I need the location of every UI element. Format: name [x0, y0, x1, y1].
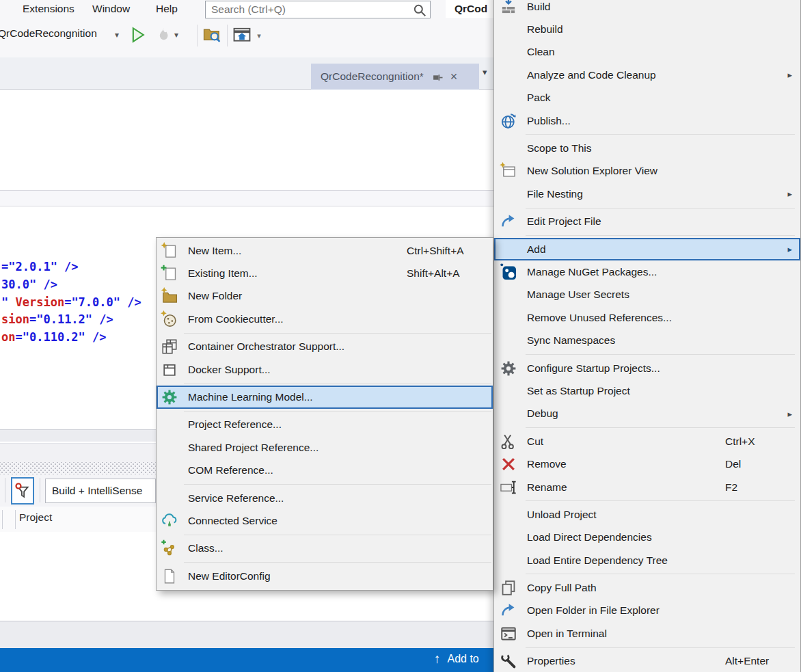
status-message-text: Add to: [448, 653, 479, 665]
code-token: Version: [15, 295, 64, 309]
docker-icon: [161, 362, 178, 377]
menu-separator: [184, 333, 491, 334]
menu-item-clean[interactable]: Clean: [494, 41, 800, 64]
menu-item-label: Open in Terminal: [527, 628, 607, 640]
menu-item-label: Cut: [527, 435, 543, 448]
menu-item-publish[interactable]: Publish...: [494, 109, 800, 132]
home-window-icon[interactable]: [232, 26, 252, 42]
code-line: sion="0.11.2" />: [1, 311, 141, 329]
menu-separator: [184, 535, 491, 535]
icon-placeholder: [500, 187, 517, 202]
hot-reload-icon[interactable]: [154, 26, 172, 42]
filter-button[interactable]: [11, 477, 34, 505]
editor-tab[interactable]: QrCodeRecongnition* ×: [311, 64, 479, 90]
menu-item-remove[interactable]: RemoveDel: [494, 453, 800, 475]
menu-item-label: Properties: [527, 655, 575, 667]
menu-separator: [184, 484, 491, 485]
menu-item-new-item[interactable]: New Item...Ctrl+Shift+A: [157, 239, 493, 262]
menu-item-sync-namespaces[interactable]: Sync Namespaces: [494, 329, 800, 351]
menu-item-class[interactable]: Class...: [157, 537, 493, 560]
menu-item-pack[interactable]: Pack: [494, 87, 800, 109]
menu-item-machine-learning-model[interactable]: Machine Learning Model...: [157, 386, 493, 408]
menu-item-rename[interactable]: RenameF2: [494, 476, 800, 498]
menubar-item-extensions[interactable]: Extensions: [23, 3, 74, 15]
chevron-down-icon[interactable]: ▾: [174, 30, 178, 40]
menu-item-rebuild[interactable]: Rebuild: [494, 18, 800, 40]
chevron-down-icon[interactable]: ▾: [115, 30, 119, 40]
menu-item-file-nesting[interactable]: File Nesting▸: [494, 183, 800, 205]
search-input[interactable]: [206, 3, 412, 16]
menubar-item-window[interactable]: Window: [92, 3, 130, 15]
menu-item-com-reference[interactable]: COM Reference...: [157, 459, 493, 482]
project-column-header[interactable]: Project: [19, 511, 52, 524]
editor-tab-label: QrCodeRecongnition*: [321, 70, 424, 83]
toolbar-overflow-icon[interactable]: ▾: [254, 33, 264, 39]
menu-item-debug[interactable]: Debug▸: [494, 403, 800, 425]
menu-item-existing-item[interactable]: Existing Item...Shift+Alt+A: [157, 262, 493, 284]
startup-project-dropdown[interactable]: QrCodeRecongnition: [0, 27, 97, 40]
menu-separator: [526, 500, 795, 501]
toolbar-separator: [5, 478, 5, 502]
menu-item-manage-nuget-packages[interactable]: Manage NuGet Packages...: [494, 260, 800, 283]
status-message[interactable]: ↑ Add to: [434, 651, 479, 667]
menu-item-configure-startup-projects[interactable]: Configure Startup Projects...: [494, 357, 800, 379]
menu-item-project-reference[interactable]: Project Reference...: [157, 414, 493, 436]
menu-item-label: From Cookiecutter...: [188, 313, 284, 325]
menu-item-shared-project-reference[interactable]: Shared Project Reference...: [157, 436, 493, 459]
tab-list-chevron-icon[interactable]: ▾: [483, 67, 487, 77]
cloud-service-icon: [161, 513, 178, 528]
add-submenu: New Item...Ctrl+Shift+AExisting Item...S…: [156, 237, 493, 591]
menu-item-new-editorconfig[interactable]: New EditorConfig: [157, 565, 493, 587]
menu-item-remove-unused-references[interactable]: Remove Unused References...: [494, 306, 800, 329]
document-title-partial[interactable]: QrCod: [446, 0, 493, 18]
close-icon[interactable]: ×: [450, 72, 458, 81]
menu-separator: [526, 208, 795, 209]
menu-item-build[interactable]: Build: [494, 0, 800, 18]
code-line: 30.0" />: [1, 276, 141, 294]
menu-item-manage-user-secrets[interactable]: Manage User Secrets: [494, 284, 800, 306]
menu-item-docker-support[interactable]: Docker Support...: [157, 358, 493, 381]
menu-item-connected-service[interactable]: Connected Service: [157, 509, 493, 532]
find-in-files-icon[interactable]: [202, 26, 221, 42]
container-icon: [161, 339, 178, 354]
column-separator: [2, 510, 3, 529]
run-button-icon[interactable]: [129, 26, 147, 42]
source-filter-dropdown[interactable]: Build + IntelliSense: [45, 479, 156, 503]
menu-item-set-as-startup-project[interactable]: Set as Startup Project: [494, 379, 800, 402]
menu-item-new-folder[interactable]: New Folder: [157, 285, 493, 308]
code-token: ": [1, 295, 15, 309]
menu-item-edit-project-file[interactable]: Edit Project File: [494, 211, 800, 233]
icon-placeholder: [500, 44, 517, 59]
menubar-item-help[interactable]: Help: [156, 3, 178, 15]
menu-item-service-reference[interactable]: Service Reference...: [157, 487, 493, 509]
icon-placeholder: [500, 333, 517, 348]
menu-item-unload-project[interactable]: Unload Project: [494, 503, 800, 526]
nuget-icon: [500, 265, 517, 280]
toolbar-separator: [197, 25, 198, 46]
menu-item-scope-to-this[interactable]: Scope to This: [494, 137, 800, 159]
toolbar-separator: [227, 25, 228, 46]
menu-item-analyze-and-code-cleanup[interactable]: Analyze and Code Cleanup▸: [494, 64, 800, 86]
menu-item-from-cookiecutter[interactable]: From Cookiecutter...: [157, 308, 493, 330]
pin-icon[interactable]: [432, 72, 444, 82]
menu-item-container-orchestrator-support[interactable]: Container Orchestrator Support...: [157, 336, 493, 358]
menu-item-label: New Folder: [188, 290, 242, 302]
menu-item-load-entire-dependency-tree[interactable]: Load Entire Dependency Tree: [494, 549, 800, 572]
menu-item-load-direct-dependencies[interactable]: Load Direct Dependencies: [494, 526, 800, 549]
menu-item-label: Class...: [188, 542, 223, 554]
edit-file-icon: [500, 214, 517, 229]
submenu-arrow-icon: ▸: [787, 409, 792, 419]
menu-item-properties[interactable]: PropertiesAlt+Enter: [494, 650, 800, 672]
menu-item-label: Machine Learning Model...: [188, 391, 313, 403]
code-line: ="2.0.1" />: [1, 258, 141, 276]
project-context-menu: BuildRebuildCleanAnalyze and Code Cleanu…: [493, 0, 801, 672]
menu-item-label: Add: [527, 243, 546, 256]
menu-item-open-folder-in-file-explorer[interactable]: Open Folder in File Explorer: [494, 600, 800, 622]
menu-item-shortcut: Del: [725, 458, 741, 470]
editor-splitter[interactable]: [0, 190, 493, 206]
menu-item-new-solution-explorer-view[interactable]: New Solution Explorer View: [494, 160, 800, 183]
menu-item-cut[interactable]: CutCtrl+X: [494, 430, 800, 453]
menu-item-open-in-terminal[interactable]: Open in Terminal: [494, 622, 800, 645]
menu-item-add[interactable]: Add▸: [494, 238, 800, 260]
menu-item-copy-full-path[interactable]: Copy Full Path: [494, 576, 800, 599]
